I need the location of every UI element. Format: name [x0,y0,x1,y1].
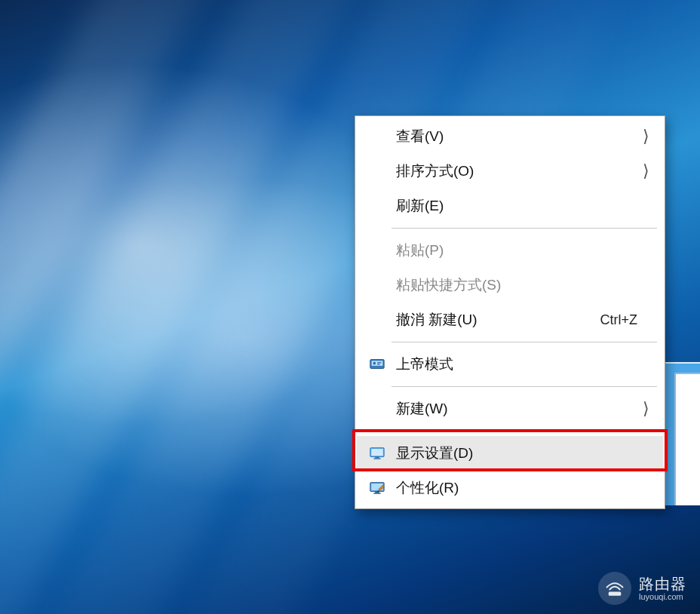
menu-item-label: 粘贴(P) [396,241,637,260]
menu-separator [391,228,657,229]
menu-item-view[interactable]: 查看(V) ⟩ [357,119,663,154]
desktop-background[interactable]: 查看(V) ⟩ 排序方式(O) ⟩ 刷新(E) 粘贴(P) 粘贴快捷方式(S) … [0,0,700,614]
svg-rect-11 [375,492,379,493]
svg-rect-3 [377,362,382,363]
window-edge-decoration [664,362,700,505]
menu-item-god-mode[interactable]: 上帝模式 [357,347,663,382]
monitor-icon [367,444,387,463]
svg-rect-7 [375,457,379,459]
menu-item-shortcut: Ctrl+Z [600,312,638,328]
menu-item-paste-shortcut: 粘贴快捷方式(S) [357,268,663,302]
menu-item-label: 个性化(R) [396,478,637,498]
menu-item-display-settings[interactable]: 显示设置(D) [357,436,663,471]
chevron-right-icon: ⟩ [643,127,649,146]
menu-separator [391,431,657,431]
svg-rect-6 [371,449,383,456]
chevron-right-icon: ⟩ [643,399,649,419]
menu-item-label: 显示设置(D) [396,444,637,463]
menu-item-label: 上帝模式 [396,355,637,374]
menu-item-label: 刷新(E) [396,196,637,216]
menu-item-sort[interactable]: 排序方式(O) ⟩ [357,154,663,189]
menu-item-personalize[interactable]: 个性化(R) [357,471,663,505]
svg-point-2 [373,362,376,365]
menu-item-new[interactable]: 新建(W) ⟩ [357,391,663,426]
svg-rect-12 [373,493,380,493]
menu-item-refresh[interactable]: 刷新(E) [357,189,663,223]
light-ray [0,0,238,614]
chevron-right-icon: ⟩ [643,161,649,181]
menu-item-label: 排序方式(O) [396,161,637,181]
control-panel-icon [367,355,387,374]
menu-item-label: 粘贴快捷方式(S) [396,275,637,295]
watermark: 路由器 luyouqi.com [598,572,686,605]
menu-item-undo-new[interactable]: 撤消 新建(U) Ctrl+Z [357,302,663,337]
menu-item-label: 撤消 新建(U) [396,310,600,330]
personalize-icon [367,478,387,498]
menu-separator [391,342,657,342]
watermark-sub: luyouqi.com [639,592,686,601]
menu-item-label: 查看(V) [396,127,637,146]
svg-rect-13 [609,592,622,596]
watermark-title: 路由器 [639,576,686,592]
router-icon [598,572,631,605]
svg-rect-8 [373,458,380,459]
menu-item-paste: 粘贴(P) [357,233,663,268]
svg-rect-4 [377,364,380,365]
menu-item-label: 新建(W) [396,399,637,419]
menu-separator [391,386,657,387]
light-ray [0,0,388,614]
desktop-context-menu: 查看(V) ⟩ 排序方式(O) ⟩ 刷新(E) 粘贴(P) 粘贴快捷方式(S) … [355,115,665,509]
